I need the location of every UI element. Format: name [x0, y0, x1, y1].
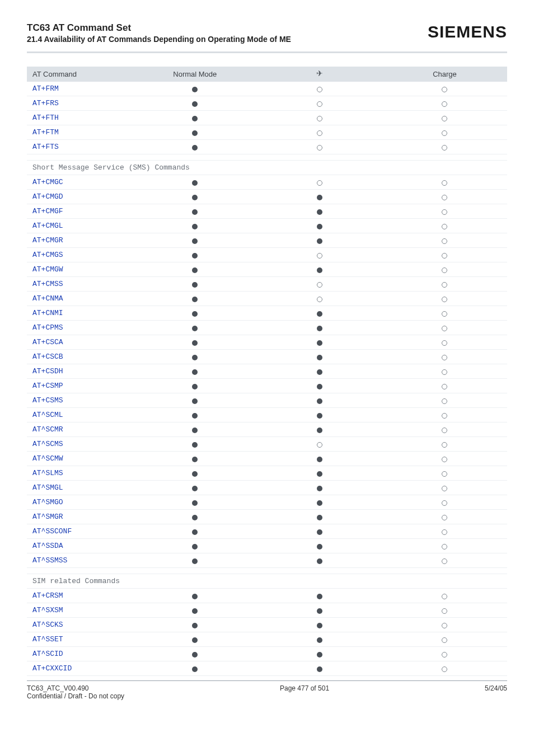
- section-sms-title: Short Message Service (SMS) Commands: [27, 161, 507, 175]
- cell-charge: [382, 190, 507, 204]
- cell-airplane: [257, 111, 382, 125]
- cell-charge: [382, 408, 507, 422]
- cell-normal: [133, 140, 257, 154]
- cell-charge: [382, 248, 507, 262]
- cell-airplane: [257, 262, 382, 277]
- command-link[interactable]: AT+CMGL: [32, 222, 63, 230]
- command-link[interactable]: AT+FTM: [32, 128, 59, 137]
- cell-command: AT^SMGR: [27, 510, 133, 524]
- cell-airplane: [257, 524, 382, 539]
- cell-airplane: [257, 277, 382, 292]
- bullet-solid-icon: [192, 195, 198, 200]
- table-row: AT+FRS: [27, 96, 507, 111]
- cell-normal: [133, 364, 257, 379]
- command-link[interactable]: AT+FTS: [32, 143, 59, 151]
- command-link[interactable]: AT+CSCA: [32, 338, 63, 346]
- table-row: AT^SCMS: [27, 437, 507, 452]
- cell-normal: [133, 393, 257, 408]
- col-normal-mode: Normal Mode: [133, 67, 257, 82]
- command-link[interactable]: AT+CMGR: [32, 236, 63, 245]
- command-link[interactable]: AT^SSET: [32, 635, 63, 644]
- cell-charge: [382, 262, 507, 277]
- command-link[interactable]: AT+CMGF: [32, 207, 63, 215]
- doc-title: TC63 AT Command Set: [27, 22, 291, 34]
- command-link[interactable]: AT+CNMA: [32, 294, 63, 303]
- command-link[interactable]: AT^SCML: [32, 411, 63, 419]
- bullet-solid-icon: [192, 369, 198, 375]
- command-link[interactable]: AT+CMGW: [32, 265, 63, 274]
- command-link[interactable]: AT+CMGC: [32, 178, 63, 186]
- cell-airplane: [257, 408, 382, 422]
- cell-charge: [382, 603, 507, 618]
- bullet-solid-icon: [317, 666, 322, 672]
- command-link[interactable]: AT^SMGO: [32, 498, 63, 506]
- command-link[interactable]: AT+CSMP: [32, 382, 63, 390]
- bullet-open-icon: [442, 253, 447, 259]
- command-link[interactable]: AT+CXXCID: [32, 664, 72, 673]
- bullet-solid-icon: [192, 326, 198, 331]
- command-link[interactable]: AT+CMSS: [32, 280, 63, 288]
- command-link[interactable]: AT+CPMS: [32, 323, 63, 332]
- cell-charge: [382, 140, 507, 154]
- bullet-open-icon: [442, 652, 447, 658]
- command-link[interactable]: AT+CRSM: [32, 591, 63, 600]
- bullet-solid-icon: [317, 608, 322, 614]
- header-divider: [27, 51, 507, 53]
- command-link[interactable]: AT^SSCONF: [32, 527, 72, 536]
- cell-airplane: [257, 350, 382, 364]
- cell-normal: [133, 292, 257, 306]
- cell-command: AT^SSCONF: [27, 524, 133, 539]
- table-row: AT+CMGC: [27, 175, 507, 190]
- table-row: AT^SMGL: [27, 481, 507, 495]
- command-link[interactable]: AT^SCKS: [32, 621, 63, 629]
- table-row: AT+CPMS: [27, 321, 507, 335]
- command-link[interactable]: AT^SCMR: [32, 425, 63, 434]
- command-link[interactable]: AT^SSDA: [32, 542, 63, 550]
- bullet-open-icon: [442, 544, 447, 550]
- command-link[interactable]: AT^SLMS: [32, 469, 63, 477]
- bullet-open-icon: [442, 130, 447, 136]
- airplane-icon: ✈: [316, 69, 323, 77]
- cell-airplane: [257, 219, 382, 233]
- command-link[interactable]: AT+FRS: [32, 99, 59, 107]
- bullet-solid-icon: [192, 608, 198, 614]
- command-link[interactable]: AT+CSDH: [32, 367, 63, 375]
- cell-command: AT+CXXCID: [27, 661, 133, 676]
- command-link[interactable]: AT^SCID: [32, 650, 63, 658]
- command-link[interactable]: AT^SXSM: [32, 606, 63, 614]
- cell-command: AT+FTH: [27, 111, 133, 125]
- cell-normal: [133, 661, 257, 676]
- command-link[interactable]: AT+CNMI: [32, 309, 63, 317]
- bullet-solid-icon: [317, 529, 322, 535]
- command-link[interactable]: AT^SSMSS: [32, 556, 67, 565]
- cell-airplane: [257, 603, 382, 618]
- cell-airplane: [257, 321, 382, 335]
- table-row: AT+FTH: [27, 111, 507, 125]
- cell-charge: [382, 292, 507, 306]
- command-link[interactable]: AT+CMGD: [32, 192, 63, 201]
- bullet-solid-icon: [192, 267, 198, 273]
- cell-charge: [382, 335, 507, 350]
- cell-normal: [133, 82, 257, 96]
- command-link[interactable]: AT+CMGS: [32, 251, 63, 259]
- section-sim-title: SIM related Commands: [27, 574, 507, 589]
- col-at-command: AT Command: [27, 67, 133, 82]
- cell-command: AT+CSCB: [27, 350, 133, 364]
- command-link[interactable]: AT^SCMS: [32, 440, 63, 448]
- command-link[interactable]: AT^SMGR: [32, 513, 63, 521]
- cell-command: AT^SXSM: [27, 603, 133, 618]
- cell-charge: [382, 306, 507, 321]
- cell-command: AT+CMGW: [27, 262, 133, 277]
- command-link[interactable]: AT^SCMW: [32, 454, 63, 463]
- command-link[interactable]: AT+FTH: [32, 114, 59, 122]
- command-link[interactable]: AT^SMGL: [32, 483, 63, 492]
- cell-airplane: [257, 96, 382, 111]
- command-link[interactable]: AT+CSMS: [32, 396, 63, 405]
- table-row: AT+FTM: [27, 125, 507, 140]
- cell-charge: [382, 661, 507, 676]
- command-link[interactable]: AT+CSCB: [32, 353, 63, 361]
- bullet-solid-icon: [317, 398, 322, 404]
- page-footer: TC63_ATC_V00.490 Confidential / Draft - …: [27, 680, 507, 700]
- cell-normal: [133, 277, 257, 292]
- command-link[interactable]: AT+FRM: [32, 84, 59, 93]
